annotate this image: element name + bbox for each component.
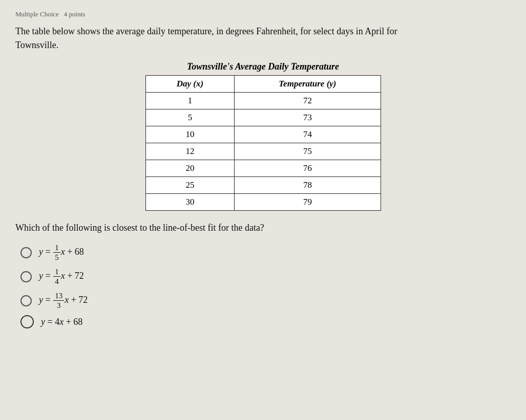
day-cell: 25 bbox=[145, 177, 235, 194]
table-row: 2076 bbox=[145, 160, 381, 177]
col2-header: Temperature (y) bbox=[235, 76, 381, 93]
table-section: Townsville's Average Daily Temperature D… bbox=[15, 61, 511, 211]
option-a[interactable]: y = 15x + 68 bbox=[20, 243, 511, 262]
table-row: 3079 bbox=[145, 194, 381, 211]
table-title: Townsville's Average Daily Temperature bbox=[187, 61, 339, 72]
option-b-text: y = 14x + 72 bbox=[39, 267, 84, 286]
temp-cell: 76 bbox=[235, 160, 381, 177]
option-d[interactable]: y = 4x + 68 bbox=[20, 315, 511, 328]
temp-cell: 78 bbox=[235, 177, 381, 194]
header-bar: Multiple Choice 4 points bbox=[15, 10, 511, 18]
day-cell: 1 bbox=[145, 93, 235, 109]
radio-a[interactable] bbox=[20, 247, 32, 258]
temp-cell: 74 bbox=[235, 126, 381, 143]
radio-b[interactable] bbox=[20, 271, 32, 282]
option-d-text: y = 4x + 68 bbox=[41, 317, 82, 327]
radio-d[interactable] bbox=[20, 315, 34, 328]
day-cell: 20 bbox=[145, 160, 235, 177]
options-container: y = 15x + 68 y = 14x + 72 y = 133x + 72 … bbox=[15, 243, 511, 328]
option-a-text: y = 15x + 68 bbox=[39, 243, 84, 262]
option-c-text: y = 133x + 72 bbox=[39, 291, 88, 310]
temp-cell: 72 bbox=[235, 93, 381, 109]
temp-cell: 73 bbox=[235, 109, 381, 126]
question-type-label: Multiple Choice bbox=[15, 10, 59, 18]
day-cell: 12 bbox=[145, 143, 235, 160]
temp-cell: 79 bbox=[235, 194, 381, 211]
table-row: 172 bbox=[145, 93, 381, 109]
option-c[interactable]: y = 133x + 72 bbox=[20, 291, 511, 310]
table-row: 2578 bbox=[145, 177, 381, 194]
points-label: 4 points bbox=[64, 10, 86, 18]
table-row: 573 bbox=[145, 109, 381, 126]
day-cell: 30 bbox=[145, 194, 235, 211]
temp-cell: 75 bbox=[235, 143, 381, 160]
table-row: 1074 bbox=[145, 126, 381, 143]
col1-header: Day (x) bbox=[145, 76, 235, 93]
day-cell: 5 bbox=[145, 109, 235, 126]
radio-c[interactable] bbox=[20, 295, 32, 306]
question-text: The table below shows the average daily … bbox=[15, 25, 435, 52]
table-row: 1275 bbox=[145, 143, 381, 160]
day-cell: 10 bbox=[145, 126, 235, 143]
option-b[interactable]: y = 14x + 72 bbox=[20, 267, 511, 286]
data-table: Day (x) Temperature (y) 1725731074127520… bbox=[145, 75, 381, 211]
answer-question: Which of the following is closest to the… bbox=[15, 221, 435, 235]
